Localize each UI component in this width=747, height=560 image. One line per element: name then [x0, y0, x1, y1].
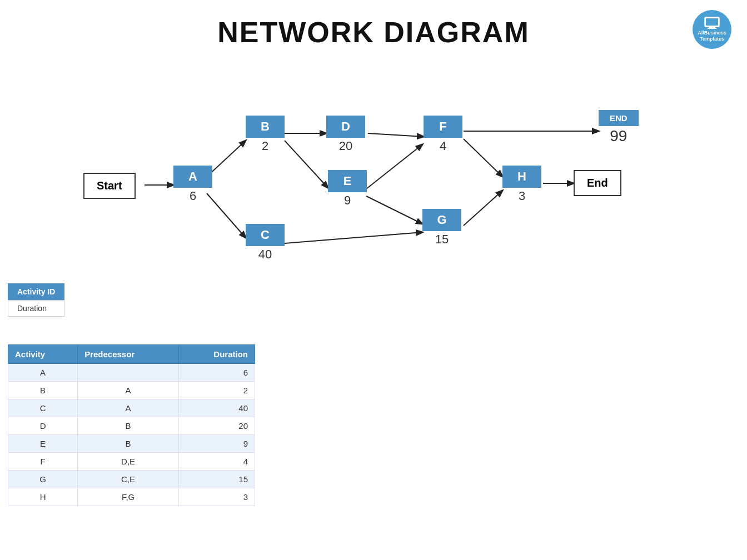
- table-row: A6: [8, 364, 255, 382]
- node-end: End: [574, 170, 621, 196]
- table-row: DB20: [8, 417, 255, 435]
- svg-rect-2: [709, 27, 715, 28]
- node-F: F 4: [424, 116, 462, 153]
- table-cell-activity: D: [8, 417, 78, 435]
- table-cell-duration: 40: [179, 399, 255, 417]
- svg-line-12: [285, 232, 422, 243]
- legend: Activity ID Duration: [8, 283, 64, 317]
- node-E: E 9: [328, 170, 367, 208]
- table-container: Activity Predecessor Duration A6BA2CA40D…: [8, 344, 255, 506]
- table-cell-predecessor: [78, 364, 179, 382]
- svg-line-6: [207, 193, 246, 238]
- table-cell-duration: 6: [179, 364, 255, 382]
- table-cell-duration: 2: [179, 382, 255, 399]
- table-row: EB9: [8, 435, 255, 453]
- table-header-activity: Activity: [8, 345, 78, 364]
- table-cell-predecessor: B: [78, 435, 179, 453]
- legend-activity-id: Activity ID: [8, 283, 64, 300]
- svg-line-13: [464, 139, 502, 177]
- table-row: BA2: [8, 382, 255, 399]
- table-row: HF,G3: [8, 488, 255, 506]
- node-H: H 3: [502, 166, 541, 203]
- svg-line-11: [366, 196, 422, 224]
- legend-duration: Duration: [8, 300, 64, 317]
- table-cell-predecessor: C,E: [78, 471, 179, 488]
- svg-line-10: [366, 144, 422, 189]
- table-cell-activity: F: [8, 453, 78, 471]
- svg-line-5: [207, 141, 246, 177]
- table-cell-duration: 20: [179, 417, 255, 435]
- table-row: CA40: [8, 399, 255, 417]
- node-B: B 2: [246, 116, 285, 153]
- table-cell-activity: H: [8, 488, 78, 506]
- logo-line2: Templates: [700, 36, 724, 42]
- table-row: FD,E4: [8, 453, 255, 471]
- table-cell-activity: G: [8, 471, 78, 488]
- table-cell-predecessor: D,E: [78, 453, 179, 471]
- table-cell-duration: 3: [179, 488, 255, 506]
- page-title: NETWORK DIAGRAM: [0, 0, 747, 54]
- diagram-area: Start A 6 B 2 C 40 D 20 E 9 F 4 G 15 H 3…: [23, 54, 724, 332]
- table-header-predecessor: Predecessor: [78, 345, 179, 364]
- svg-line-9: [368, 133, 424, 137]
- node-C: C 40: [246, 224, 285, 262]
- table-cell-activity: A: [8, 364, 78, 382]
- node-D: D 20: [326, 116, 365, 153]
- svg-line-8: [285, 141, 328, 188]
- table-header-duration: Duration: [179, 345, 255, 364]
- node-A: A 6: [173, 166, 212, 203]
- table-cell-activity: E: [8, 435, 78, 453]
- logo-line1: AllBusiness: [698, 30, 726, 36]
- node-end-special: END 99: [599, 110, 639, 145]
- svg-rect-1: [706, 18, 718, 26]
- logo: AllBusiness Templates: [693, 10, 731, 49]
- node-start: Start: [83, 173, 136, 199]
- table-row: GC,E15: [8, 471, 255, 488]
- table-cell-duration: 9: [179, 435, 255, 453]
- node-G: G 15: [422, 209, 461, 247]
- table-cell-duration: 4: [179, 453, 255, 471]
- svg-rect-3: [708, 28, 716, 29]
- table-cell-duration: 15: [179, 471, 255, 488]
- svg-line-14: [464, 191, 502, 226]
- table-cell-predecessor: A: [78, 382, 179, 399]
- table-cell-activity: C: [8, 399, 78, 417]
- table-cell-predecessor: A: [78, 399, 179, 417]
- activity-table: Activity Predecessor Duration A6BA2CA40D…: [8, 344, 255, 506]
- table-cell-predecessor: F,G: [78, 488, 179, 506]
- table-cell-activity: B: [8, 382, 78, 399]
- table-cell-predecessor: B: [78, 417, 179, 435]
